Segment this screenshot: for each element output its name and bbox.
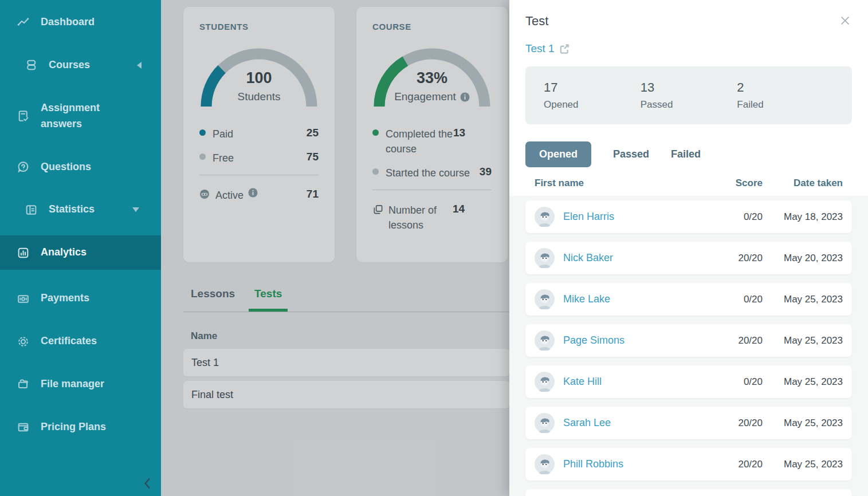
results-list: Elen Harris 0/20 May 18, 2023 Nick Baker…: [509, 196, 868, 496]
results-table-header: First name Score Date taken: [525, 178, 852, 189]
score-cell: 20/20: [714, 335, 763, 347]
student-name-link[interactable]: Mike Lake: [563, 293, 714, 305]
sidebar: Dashboard Courses Assignment answers Que…: [0, 0, 161, 496]
sidebar-item-label: Payments: [41, 290, 89, 306]
test-details-drawer: Test Test 1 17 Opened 13 Passed 2 Failed…: [509, 0, 868, 496]
avatar: [535, 372, 555, 392]
student-name-link[interactable]: Sarah Lee: [563, 417, 714, 429]
score-cell: 20/20: [714, 459, 763, 470]
external-link-icon[interactable]: [559, 44, 570, 54]
tab-failed[interactable]: Failed: [671, 148, 701, 160]
date-cell: May 25, 2023: [763, 335, 843, 347]
student-name-link[interactable]: Kate Hill: [563, 376, 714, 388]
result-row[interactable]: Sarah Lee 20/20 May 25, 2023: [525, 407, 852, 439]
sidebar-item-questions[interactable]: Questions: [0, 153, 161, 182]
student-name-link[interactable]: Phill Robbins: [563, 458, 714, 470]
date-cell: May 25, 2023: [763, 418, 843, 429]
pricing-plans-icon: [16, 420, 30, 434]
score-cell: 0/20: [714, 376, 763, 388]
result-row[interactable]: Mike Lake 0/20 May 25, 2023: [525, 283, 852, 316]
result-row[interactable]: Page Simons 20/20 May 25, 2023: [525, 324, 852, 357]
avatar: [535, 289, 555, 309]
sidebar-item-courses[interactable]: Courses: [0, 51, 161, 80]
tab-passed[interactable]: Passed: [613, 148, 649, 160]
assignment-answers-icon: [16, 109, 30, 123]
avatar: [535, 330, 555, 351]
sidebar-item-certificates[interactable]: Certificates: [0, 327, 161, 356]
stat-failed: 2 Failed: [737, 80, 834, 111]
avatar: [535, 248, 555, 268]
questions-icon: [16, 160, 30, 174]
stat-opened: 17 Opened: [544, 80, 641, 111]
sidebar-item-dashboard[interactable]: Dashboard: [0, 8, 161, 37]
test-stats-summary: 17 Opened 13 Passed 2 Failed: [525, 66, 852, 124]
certificates-icon: [16, 334, 30, 348]
sidebar-item-label: Certificates: [41, 333, 97, 349]
sidebar-item-label: Questions: [41, 159, 91, 175]
result-row-partial[interactable]: [525, 489, 852, 496]
dashboard-icon: [16, 15, 30, 29]
stat-passed: 13 Passed: [641, 80, 737, 111]
date-cell: May 25, 2023: [763, 376, 843, 388]
date-cell: May 20, 2023: [763, 253, 843, 264]
file-manager-icon: [16, 377, 30, 391]
student-name-link[interactable]: Nick Baker: [563, 252, 714, 264]
sidebar-item-pricing-plans[interactable]: Pricing Plans: [0, 413, 161, 442]
score-cell: 20/20: [714, 418, 763, 429]
student-name-link[interactable]: Page Simons: [563, 334, 714, 347]
score-cell: 0/20: [714, 211, 763, 223]
date-cell: May 25, 2023: [763, 294, 843, 305]
sidebar-item-payments[interactable]: Payments: [0, 284, 161, 313]
sidebar-item-label: File manager: [41, 376, 104, 392]
drawer-backdrop[interactable]: [161, 0, 509, 496]
sidebar-item-assignment-answers[interactable]: Assignment answers: [0, 94, 161, 139]
sidebar-item-label: Assignment answers: [41, 100, 139, 132]
sidebar-item-label: Statistics: [49, 202, 95, 218]
result-row[interactable]: Elen Harris 0/20 May 18, 2023: [525, 200, 852, 233]
result-row[interactable]: Phill Robbins 20/20 May 25, 2023: [525, 448, 852, 481]
drawer-title: Test: [525, 14, 548, 29]
result-row[interactable]: Nick Baker 20/20 May 20, 2023: [525, 242, 852, 274]
close-icon[interactable]: [839, 15, 852, 27]
result-row[interactable]: Kate Hill 0/20 May 25, 2023: [525, 365, 852, 398]
sidebar-item-label: Analytics: [41, 245, 87, 261]
score-cell: 20/20: [714, 253, 763, 264]
sidebar-collapse-button[interactable]: [143, 478, 152, 489]
courses-icon: [24, 58, 38, 72]
student-name-link[interactable]: Elen Harris: [563, 211, 714, 223]
sidebar-item-label: Dashboard: [41, 14, 95, 30]
avatar: [535, 413, 555, 433]
sidebar-item-analytics[interactable]: Analytics: [0, 235, 161, 270]
date-cell: May 18, 2023: [763, 211, 843, 223]
payments-icon: [16, 292, 30, 305]
date-cell: May 25, 2023: [763, 459, 843, 470]
statistics-icon: [24, 203, 38, 216]
sidebar-item-file-manager[interactable]: File manager: [0, 370, 161, 399]
chevron-left-icon: [137, 62, 142, 69]
sidebar-item-statistics[interactable]: Statistics: [0, 195, 161, 224]
analytics-icon: [16, 246, 30, 259]
chevron-down-icon: [132, 207, 139, 212]
chevron-left-icon: [143, 478, 152, 489]
main-content: STUDENTS 100 Students Paid 25: [161, 0, 509, 496]
avatar: [535, 454, 555, 474]
test-link[interactable]: Test 1: [525, 42, 570, 55]
sidebar-item-label: Courses: [49, 57, 90, 73]
sidebar-item-label: Pricing Plans: [41, 419, 106, 435]
drawer-tabs: Opened Passed Failed: [525, 141, 852, 167]
avatar: [535, 207, 555, 227]
score-cell: 0/20: [714, 294, 763, 305]
tab-opened[interactable]: Opened: [525, 141, 591, 167]
